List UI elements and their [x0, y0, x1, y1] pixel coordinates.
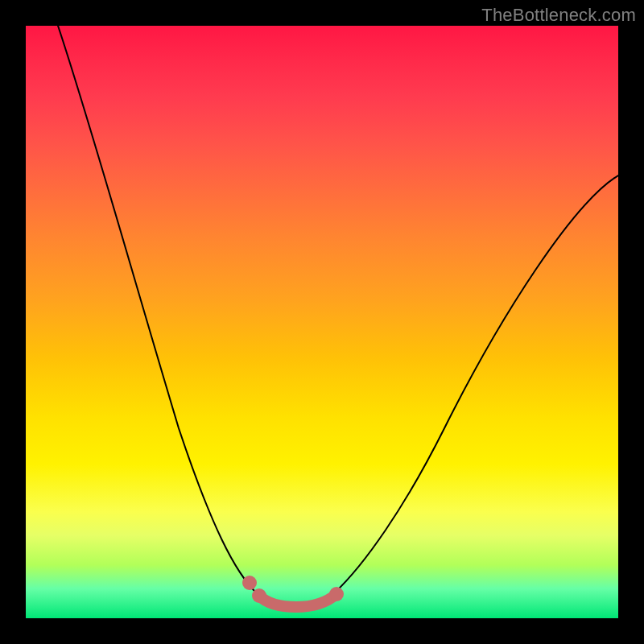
svg-point-2 — [329, 587, 344, 601]
watermark-text: TheBottleneck.com — [481, 5, 636, 26]
plot-area — [26, 26, 618, 618]
svg-point-0 — [242, 576, 257, 590]
chart-frame: TheBottleneck.com — [0, 0, 644, 644]
trough-highlight — [26, 26, 618, 618]
